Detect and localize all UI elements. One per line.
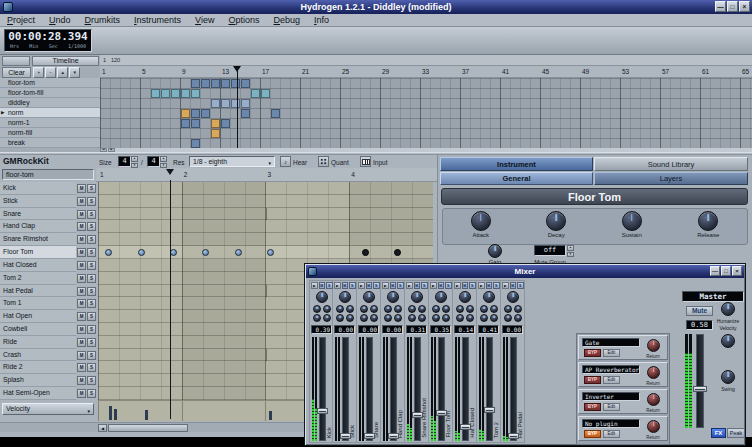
volume-fader-handle[interactable]	[484, 407, 495, 413]
fx-send-knob[interactable]	[336, 305, 344, 313]
note-grid[interactable]	[98, 220, 433, 233]
fx-bypass-button[interactable]: BYP	[584, 403, 601, 411]
tab-sound-library[interactable]: Sound Library	[594, 157, 748, 171]
instrument-solo-button[interactable]: S	[87, 261, 96, 270]
gain-knob[interactable]	[488, 244, 502, 258]
scrollbar-thumb[interactable]	[108, 424, 188, 432]
instrument-mute-button[interactable]: M	[77, 210, 86, 219]
channel-mute-button[interactable]: M	[438, 282, 445, 289]
song-sequence-grid[interactable]	[100, 78, 752, 148]
fx-send-knob[interactable]	[490, 305, 498, 313]
fx-name-display[interactable]: Inverter	[582, 392, 640, 401]
mixer-channel-strip[interactable]: ▶MS0.00Hat Pedal	[501, 280, 525, 443]
note-grid[interactable]	[98, 195, 433, 208]
note-property-select[interactable]: Velocity ▼	[2, 403, 94, 415]
instrument-row[interactable]: StickMS	[0, 195, 437, 208]
channel-solo-button[interactable]: S	[397, 282, 404, 289]
pan-knob[interactable]	[483, 291, 495, 303]
fx-send-knob[interactable]	[408, 314, 416, 322]
fx-send-knob[interactable]	[514, 314, 522, 322]
instrument-solo-button[interactable]: S	[87, 325, 96, 334]
maximize-icon[interactable]: □	[727, 1, 738, 12]
song-pattern-cell[interactable]	[211, 99, 220, 108]
instrument-row[interactable]: KickMS	[0, 182, 437, 195]
menu-item-drumkits[interactable]: Drumkits	[78, 14, 128, 27]
song-pattern-cell[interactable]	[241, 99, 250, 108]
instrument-mute-button[interactable]: M	[77, 261, 86, 270]
humanize-time-knob[interactable]	[721, 334, 735, 348]
instrument-solo-button[interactable]: S	[87, 248, 96, 257]
song-pattern-cell[interactable]	[251, 89, 260, 98]
song-tool-minus-button[interactable]: −	[45, 67, 56, 78]
mixer-channel-strip[interactable]: ▶MS0.35Floor Tom	[429, 280, 453, 443]
mute-group-field[interactable]: off	[534, 245, 566, 256]
mixer-channel-strip[interactable]: ▶MS0.00Snare	[357, 280, 381, 443]
song-pattern-cell[interactable]	[191, 139, 200, 148]
song-pattern-cell[interactable]	[241, 79, 250, 88]
song-pattern-cell[interactable]	[221, 79, 230, 88]
instrument-mute-button[interactable]: M	[77, 287, 86, 296]
note-dot[interactable]	[202, 249, 209, 256]
fx-send-knob[interactable]	[432, 314, 440, 322]
velocity-bar[interactable]	[145, 410, 148, 420]
song-pattern-cell[interactable]	[231, 99, 240, 108]
timeline-ruler[interactable]: 1120	[100, 55, 752, 66]
instrument-solo-button[interactable]: S	[87, 222, 96, 231]
song-position-ruler[interactable]: 1591317212529333741454953576165	[100, 66, 752, 78]
instrument-solo-button[interactable]: S	[87, 312, 96, 321]
song-pattern-cell[interactable]	[231, 79, 240, 88]
spin-up-icon[interactable]: ▲	[131, 156, 138, 162]
mixer-channel-strip[interactable]: ▶MS0.41Tom 2	[477, 280, 501, 443]
pattern-row[interactable]: ▶floor-tom	[0, 78, 100, 88]
song-playhead-marker-icon[interactable]	[233, 66, 241, 72]
fx-send-knob[interactable]	[346, 314, 354, 322]
spin-down-icon[interactable]: ▼	[567, 252, 574, 258]
channel-mute-button[interactable]: M	[342, 282, 349, 289]
fx-send-knob[interactable]	[370, 305, 378, 313]
fx-return-knob[interactable]	[647, 339, 660, 352]
pattern-row[interactable]: ▶norm	[0, 108, 100, 118]
channel-mute-button[interactable]: M	[414, 282, 421, 289]
maximize-icon[interactable]: □	[721, 266, 731, 276]
menu-item-options[interactable]: Options	[221, 14, 266, 27]
note-grid[interactable]	[98, 208, 433, 221]
instrument-mute-button[interactable]: M	[77, 363, 86, 372]
tab-general[interactable]: General	[440, 172, 593, 185]
channel-solo-button[interactable]: S	[517, 282, 524, 289]
channel-mute-button[interactable]: M	[319, 282, 326, 289]
song-pattern-cell[interactable]	[241, 109, 250, 118]
note-dot[interactable]	[267, 249, 274, 256]
instrument-solo-button[interactable]: S	[87, 184, 96, 193]
fx-send-knob[interactable]	[360, 305, 368, 313]
volume-fader-handle[interactable]	[317, 408, 328, 414]
hear-notes-button[interactable]: ♪	[280, 156, 291, 167]
fx-send-knob[interactable]	[466, 314, 474, 322]
volume-fader-handle[interactable]	[388, 433, 399, 439]
instrument-mute-button[interactable]: M	[77, 184, 86, 193]
fx-edit-button[interactable]: Edit	[603, 403, 620, 411]
spin-up-icon[interactable]: ▲	[567, 245, 574, 251]
song-pattern-cell[interactable]	[261, 89, 270, 98]
instrument-row[interactable]: Hand ClapMS	[0, 220, 437, 233]
attack-knob[interactable]	[471, 211, 491, 231]
fx-return-knob[interactable]	[647, 366, 660, 379]
song-pattern-cell[interactable]	[181, 89, 190, 98]
fx-send-knob[interactable]	[418, 314, 426, 322]
menu-item-view[interactable]: View	[188, 14, 221, 27]
instrument-solo-button[interactable]: S	[87, 338, 96, 347]
fx-send-knob[interactable]	[408, 305, 416, 313]
note-grid[interactable]	[98, 182, 433, 195]
fx-send-knob[interactable]	[432, 305, 440, 313]
fx-send-knob[interactable]	[323, 314, 331, 322]
instrument-mute-button[interactable]: M	[77, 351, 86, 360]
fx-send-knob[interactable]	[346, 305, 354, 313]
instrument-row[interactable]: Floor TomMS	[0, 246, 437, 259]
song-pattern-cell[interactable]	[221, 99, 230, 108]
master-mute-button[interactable]: Mute	[686, 306, 713, 316]
channel-play-icon[interactable]: ▶	[454, 282, 461, 289]
fx-send-knob[interactable]	[384, 314, 392, 322]
channel-play-icon[interactable]: ▶	[502, 282, 509, 289]
pan-knob[interactable]	[435, 291, 447, 303]
menu-item-info[interactable]: Info	[307, 14, 336, 27]
velocity-bar[interactable]	[114, 409, 117, 420]
